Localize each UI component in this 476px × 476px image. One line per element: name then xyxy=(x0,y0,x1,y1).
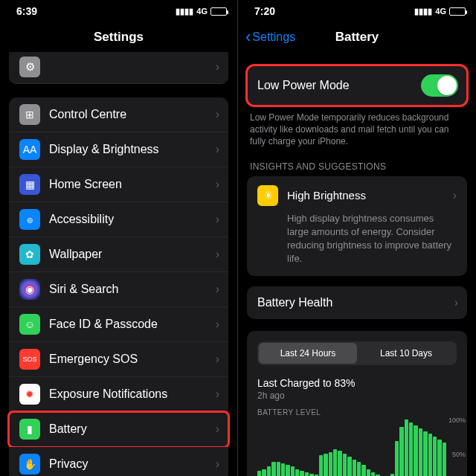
list-item-label: Emergency SOS xyxy=(49,353,216,366)
chevron-right-icon: › xyxy=(216,353,219,366)
network-label: 4G xyxy=(435,7,446,16)
list-item-label: Siri & Search xyxy=(49,283,216,296)
status-time: 6:39 xyxy=(16,5,37,17)
list-item-siri-search[interactable]: ◉Siri & Search› xyxy=(9,272,228,307)
chevron-right-icon: › xyxy=(453,189,457,202)
chevron-right-icon: › xyxy=(216,248,219,261)
back-label: Settings xyxy=(252,30,295,44)
status-bar: 7:20 ▮▮▮▮ 4G xyxy=(238,0,476,22)
privacy-icon: ✋ xyxy=(19,454,40,475)
chevron-right-icon: › xyxy=(216,213,219,226)
battery-icon xyxy=(210,7,227,16)
chart-bar xyxy=(353,460,356,476)
list-item-display-brightness[interactable]: AADisplay & Brightness› xyxy=(9,132,228,167)
settings-screen: 6:39 ▮▮▮▮ 4G Settings ⚙ › ⊞Control Centr… xyxy=(0,0,238,476)
list-item-emergency-sos[interactable]: SOSEmergency SOS› xyxy=(9,342,228,377)
chart-bar xyxy=(300,471,303,476)
chevron-right-icon: › xyxy=(216,143,219,156)
chart-bar xyxy=(419,428,422,476)
list-item-face-id-passcode[interactable]: ☺Face ID & Passcode› xyxy=(9,307,228,342)
chart-bar xyxy=(423,431,427,476)
chart-bar xyxy=(437,440,441,476)
list-item-wallpaper[interactable]: ✿Wallpaper› xyxy=(9,237,228,272)
accessibility-icon: ๏ xyxy=(19,209,40,230)
chart-bar xyxy=(319,455,323,476)
chart-bar xyxy=(309,474,313,476)
battery-health-label: Battery Health xyxy=(257,296,454,309)
seg-last-24h[interactable]: Last 24 Hours xyxy=(259,343,357,364)
battery-icon: ▮ xyxy=(19,419,40,440)
chart-bar xyxy=(262,469,266,476)
list-item-privacy[interactable]: ✋Privacy› xyxy=(9,447,228,476)
status-time: 7:20 xyxy=(254,5,275,17)
chevron-right-icon: › xyxy=(454,296,458,309)
axis-50: 50% xyxy=(452,451,466,458)
low-power-description: Low Power Mode temporarily reduces backg… xyxy=(238,106,476,148)
seg-last-10d[interactable]: Last 10 Days xyxy=(357,343,455,364)
list-item-label: Control Centre xyxy=(49,108,216,121)
status-right: ▮▮▮▮ 4G xyxy=(414,7,466,16)
low-power-label: Low Power Mode xyxy=(257,79,421,92)
chart-bar xyxy=(357,462,361,476)
settings-group: ⊞Control Centre›AADisplay & Brightness›▦… xyxy=(9,97,228,476)
chart-bar xyxy=(295,469,299,476)
insight-card[interactable]: ☀ High Brightness › High display brightn… xyxy=(247,176,467,277)
chevron-right-icon: › xyxy=(216,318,219,331)
list-item-label: Privacy xyxy=(49,457,216,471)
chart-bar xyxy=(305,472,309,476)
chevron-right-icon: › xyxy=(216,108,219,121)
network-label: 4G xyxy=(196,7,208,16)
chart-bar xyxy=(409,422,413,476)
list-item-accessibility[interactable]: ๏Accessibility› xyxy=(9,202,228,237)
display-icon: AA xyxy=(19,139,40,160)
back-button[interactable]: ‹ Settings xyxy=(245,29,295,45)
chart-bar xyxy=(371,472,375,476)
chart-bar xyxy=(338,451,341,476)
list-item-label: Face ID & Passcode xyxy=(49,318,216,331)
status-bar: 6:39 ▮▮▮▮ 4G xyxy=(0,0,237,22)
status-right: ▮▮▮▮ 4G xyxy=(176,7,227,16)
control-centre-icon: ⊞ xyxy=(19,104,40,125)
chevron-right-icon: › xyxy=(216,457,219,471)
chevron-right-icon: › xyxy=(216,283,219,296)
exposure-icon: ✹ xyxy=(19,384,40,405)
chevron-right-icon: › xyxy=(216,422,219,436)
chevron-right-icon: › xyxy=(216,387,219,401)
chart-bar xyxy=(257,471,261,476)
list-item-label: Accessibility xyxy=(49,213,216,226)
low-power-section: Low Power Mode xyxy=(238,65,476,106)
battery-chart: 100% 50% xyxy=(257,419,446,476)
battery-screen: 7:20 ▮▮▮▮ 4G ‹ Settings Battery Low Powe… xyxy=(238,0,476,476)
low-power-toggle[interactable] xyxy=(421,74,458,97)
list-item-label: Home Screen xyxy=(49,178,216,191)
chart-bar xyxy=(277,462,280,476)
chevron-left-icon: ‹ xyxy=(245,29,251,45)
chart-bar xyxy=(367,469,370,476)
chart-bar xyxy=(329,452,332,476)
navbar: ‹ Settings Battery xyxy=(238,22,476,52)
general-icon: ⚙ xyxy=(19,57,40,77)
low-power-mode-row[interactable]: Low Power Mode xyxy=(247,65,467,106)
chart-bar xyxy=(390,474,394,476)
list-item-control-centre[interactable]: ⊞Control Centre› xyxy=(9,97,228,132)
settings-list: ⚙ › ⊞Control Centre›AADisplay & Brightne… xyxy=(0,52,237,476)
list-item-label: Wallpaper xyxy=(49,248,216,261)
insights-header: INSIGHTS AND SUGGESTIONS xyxy=(238,148,476,176)
list-item[interactable]: ⚙ › xyxy=(9,52,228,84)
brightness-icon: ☀ xyxy=(257,185,278,206)
faceid-icon: ☺ xyxy=(19,314,40,335)
list-item-label: Battery xyxy=(49,422,216,436)
chart-bar xyxy=(428,434,432,476)
list-item-home-screen[interactable]: ▦Home Screen› xyxy=(9,167,228,202)
list-item-battery[interactable]: ▮Battery› xyxy=(9,412,228,447)
chart-bar xyxy=(443,443,446,476)
signal-icon: ▮▮▮▮ xyxy=(414,7,432,16)
chart-bar xyxy=(343,454,347,476)
list-item-label: Display & Brightness xyxy=(49,143,216,156)
chevron-right-icon: › xyxy=(216,60,219,74)
battery-health-row[interactable]: Battery Health › xyxy=(247,286,467,319)
list-item-exposure-notifications[interactable]: ✹Exposure Notifications› xyxy=(9,377,228,412)
chart-bar xyxy=(347,457,351,476)
time-range-segmented[interactable]: Last 24 Hours Last 10 Days xyxy=(257,341,457,365)
chart-bar xyxy=(433,437,437,476)
